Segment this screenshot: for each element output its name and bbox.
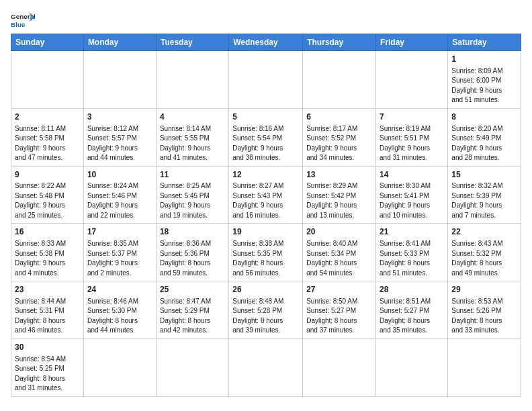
day-number: 7 xyxy=(380,111,444,123)
day-number: 29 xyxy=(451,284,517,295)
calendar-cell: 23Sunrise: 8:44 AM Sunset: 5:31 PM Dayli… xyxy=(11,281,84,339)
calendar-cell: 18Sunrise: 8:36 AM Sunset: 5:36 PM Dayli… xyxy=(156,224,228,281)
day-number: 21 xyxy=(380,226,444,238)
day-info: Sunrise: 8:51 AM Sunset: 5:27 PM Dayligh… xyxy=(380,297,444,336)
page-header: General Blue xyxy=(11,11,521,30)
day-number: 10 xyxy=(87,169,152,181)
calendar-cell: 21Sunrise: 8:41 AM Sunset: 5:33 PM Dayli… xyxy=(376,224,448,281)
weekday-header-thursday: Thursday xyxy=(303,34,376,51)
day-info: Sunrise: 8:11 AM Sunset: 5:58 PM Dayligh… xyxy=(15,124,80,163)
calendar-cell: 22Sunrise: 8:43 AM Sunset: 5:32 PM Dayli… xyxy=(448,224,521,281)
day-info: Sunrise: 8:17 AM Sunset: 5:52 PM Dayligh… xyxy=(306,124,372,163)
day-info: Sunrise: 8:20 AM Sunset: 5:49 PM Dayligh… xyxy=(451,124,517,163)
logo: General Blue xyxy=(11,11,35,30)
calendar-cell xyxy=(303,51,376,109)
calendar-cell: 6Sunrise: 8:17 AM Sunset: 5:52 PM Daylig… xyxy=(303,108,376,166)
weekday-header-friday: Friday xyxy=(376,34,448,51)
day-number: 17 xyxy=(87,226,152,238)
calendar-cell: 8Sunrise: 8:20 AM Sunset: 5:49 PM Daylig… xyxy=(448,108,521,166)
calendar-cell: 30Sunrise: 8:54 AM Sunset: 5:25 PM Dayli… xyxy=(11,338,84,396)
calendar-cell xyxy=(156,51,228,109)
calendar-cell xyxy=(83,338,156,396)
day-info: Sunrise: 8:14 AM Sunset: 5:55 PM Dayligh… xyxy=(160,124,225,163)
calendar-body: 1Sunrise: 8:09 AM Sunset: 6:00 PM Daylig… xyxy=(11,51,521,397)
calendar-week-row: 16Sunrise: 8:33 AM Sunset: 5:38 PM Dayli… xyxy=(11,224,521,281)
day-info: Sunrise: 8:19 AM Sunset: 5:51 PM Dayligh… xyxy=(380,124,444,163)
day-number: 20 xyxy=(306,226,372,238)
calendar-cell: 11Sunrise: 8:25 AM Sunset: 5:45 PM Dayli… xyxy=(156,166,228,224)
calendar-cell: 16Sunrise: 8:33 AM Sunset: 5:38 PM Dayli… xyxy=(11,224,84,281)
calendar-cell xyxy=(229,338,303,396)
day-number: 30 xyxy=(15,342,80,353)
calendar-cell: 14Sunrise: 8:30 AM Sunset: 5:41 PM Dayli… xyxy=(376,166,448,224)
day-number: 27 xyxy=(306,284,372,295)
day-info: Sunrise: 8:27 AM Sunset: 5:43 PM Dayligh… xyxy=(232,181,299,220)
day-number: 24 xyxy=(87,284,152,295)
calendar-cell: 15Sunrise: 8:32 AM Sunset: 5:39 PM Dayli… xyxy=(448,166,521,224)
day-number: 12 xyxy=(232,169,299,181)
calendar-week-row: 1Sunrise: 8:09 AM Sunset: 6:00 PM Daylig… xyxy=(11,51,521,109)
calendar-cell: 9Sunrise: 8:22 AM Sunset: 5:48 PM Daylig… xyxy=(11,166,84,224)
day-number: 26 xyxy=(232,284,299,295)
calendar-cell xyxy=(376,338,448,396)
day-info: Sunrise: 8:43 AM Sunset: 5:32 PM Dayligh… xyxy=(451,239,517,278)
day-number: 18 xyxy=(160,226,225,238)
calendar-table: SundayMondayTuesdayWednesdayThursdayFrid… xyxy=(11,34,521,397)
weekday-header-monday: Monday xyxy=(83,34,156,51)
day-info: Sunrise: 8:22 AM Sunset: 5:48 PM Dayligh… xyxy=(15,181,80,220)
calendar-cell: 20Sunrise: 8:40 AM Sunset: 5:34 PM Dayli… xyxy=(303,224,376,281)
day-info: Sunrise: 8:24 AM Sunset: 5:46 PM Dayligh… xyxy=(87,181,152,220)
day-number: 23 xyxy=(15,284,80,295)
day-info: Sunrise: 8:25 AM Sunset: 5:45 PM Dayligh… xyxy=(160,181,225,220)
calendar-week-row: 23Sunrise: 8:44 AM Sunset: 5:31 PM Dayli… xyxy=(11,281,521,339)
calendar-cell: 17Sunrise: 8:35 AM Sunset: 5:37 PM Dayli… xyxy=(83,224,156,281)
day-number: 13 xyxy=(306,169,372,181)
day-number: 9 xyxy=(15,169,80,181)
day-number: 16 xyxy=(15,226,80,238)
day-info: Sunrise: 8:48 AM Sunset: 5:28 PM Dayligh… xyxy=(232,297,299,336)
day-number: 6 xyxy=(306,111,372,123)
day-info: Sunrise: 8:09 AM Sunset: 6:00 PM Dayligh… xyxy=(451,66,517,105)
day-info: Sunrise: 8:44 AM Sunset: 5:31 PM Dayligh… xyxy=(15,297,80,336)
day-number: 4 xyxy=(160,111,225,123)
day-number: 28 xyxy=(380,284,444,295)
day-info: Sunrise: 8:35 AM Sunset: 5:37 PM Dayligh… xyxy=(87,239,152,278)
calendar-cell xyxy=(229,51,303,109)
day-info: Sunrise: 8:50 AM Sunset: 5:27 PM Dayligh… xyxy=(306,297,372,336)
day-number: 8 xyxy=(451,111,517,123)
weekday-header-wednesday: Wednesday xyxy=(229,34,303,51)
logo-icon: General Blue xyxy=(11,11,35,30)
calendar-week-row: 2Sunrise: 8:11 AM Sunset: 5:58 PM Daylig… xyxy=(11,108,521,166)
calendar-cell: 2Sunrise: 8:11 AM Sunset: 5:58 PM Daylig… xyxy=(11,108,84,166)
calendar-cell xyxy=(83,51,156,109)
day-info: Sunrise: 8:36 AM Sunset: 5:36 PM Dayligh… xyxy=(160,239,225,278)
day-number: 14 xyxy=(380,169,444,181)
calendar-cell: 25Sunrise: 8:47 AM Sunset: 5:29 PM Dayli… xyxy=(156,281,228,339)
day-number: 22 xyxy=(451,226,517,238)
calendar-cell: 29Sunrise: 8:53 AM Sunset: 5:26 PM Dayli… xyxy=(448,281,521,339)
day-info: Sunrise: 8:41 AM Sunset: 5:33 PM Dayligh… xyxy=(380,239,444,278)
calendar-cell: 13Sunrise: 8:29 AM Sunset: 5:42 PM Dayli… xyxy=(303,166,376,224)
calendar-cell xyxy=(11,51,84,109)
weekday-header-sunday: Sunday xyxy=(11,34,84,51)
day-number: 3 xyxy=(87,111,152,123)
weekday-header-row: SundayMondayTuesdayWednesdayThursdayFrid… xyxy=(11,34,521,51)
day-info: Sunrise: 8:29 AM Sunset: 5:42 PM Dayligh… xyxy=(306,181,372,220)
calendar-week-row: 30Sunrise: 8:54 AM Sunset: 5:25 PM Dayli… xyxy=(11,338,521,396)
day-info: Sunrise: 8:46 AM Sunset: 5:30 PM Dayligh… xyxy=(87,297,152,336)
day-number: 5 xyxy=(232,111,299,123)
calendar-cell: 4Sunrise: 8:14 AM Sunset: 5:55 PM Daylig… xyxy=(156,108,228,166)
calendar-cell: 26Sunrise: 8:48 AM Sunset: 5:28 PM Dayli… xyxy=(229,281,303,339)
svg-text:Blue: Blue xyxy=(11,21,26,28)
calendar-cell: 19Sunrise: 8:38 AM Sunset: 5:35 PM Dayli… xyxy=(229,224,303,281)
day-info: Sunrise: 8:30 AM Sunset: 5:41 PM Dayligh… xyxy=(380,181,444,220)
weekday-header-saturday: Saturday xyxy=(448,34,521,51)
calendar-cell: 7Sunrise: 8:19 AM Sunset: 5:51 PM Daylig… xyxy=(376,108,448,166)
day-info: Sunrise: 8:33 AM Sunset: 5:38 PM Dayligh… xyxy=(15,239,80,278)
day-number: 1 xyxy=(451,54,517,65)
calendar-cell: 28Sunrise: 8:51 AM Sunset: 5:27 PM Dayli… xyxy=(376,281,448,339)
calendar-cell: 10Sunrise: 8:24 AM Sunset: 5:46 PM Dayli… xyxy=(83,166,156,224)
calendar-cell: 1Sunrise: 8:09 AM Sunset: 6:00 PM Daylig… xyxy=(448,51,521,109)
day-number: 15 xyxy=(451,169,517,181)
calendar-cell: 5Sunrise: 8:16 AM Sunset: 5:54 PM Daylig… xyxy=(229,108,303,166)
